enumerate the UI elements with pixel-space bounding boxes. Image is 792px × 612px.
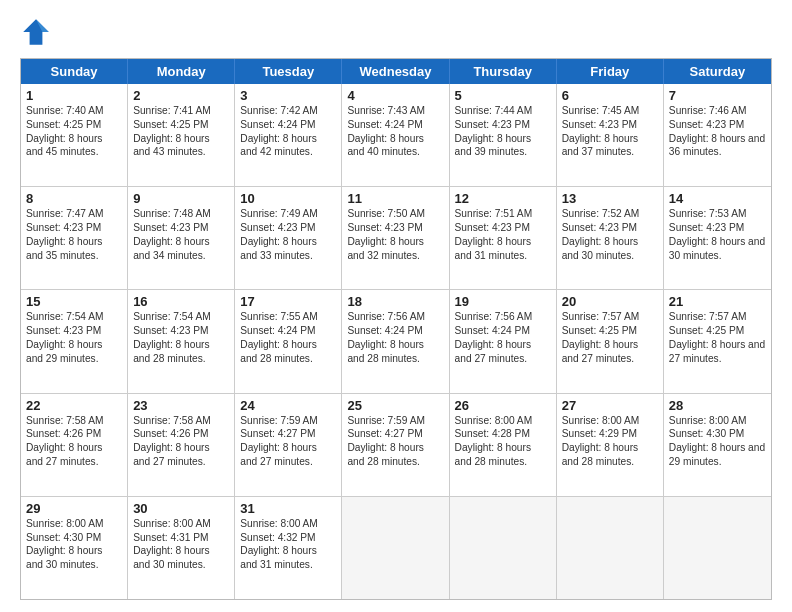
cell-info-line: Daylight: 8 hours and 30 minutes. [133, 544, 229, 572]
cell-info-line: Sunrise: 8:00 AM [669, 414, 766, 428]
header [20, 16, 772, 48]
day-number: 22 [26, 398, 122, 413]
cell-info-line: Sunset: 4:28 PM [455, 427, 551, 441]
calendar-cell: 18Sunrise: 7:56 AMSunset: 4:24 PMDayligh… [342, 290, 449, 392]
weekday-header-monday: Monday [128, 59, 235, 84]
cell-info-line: Sunset: 4:31 PM [133, 531, 229, 545]
day-number: 20 [562, 294, 658, 309]
day-number: 31 [240, 501, 336, 516]
calendar-cell: 29Sunrise: 8:00 AMSunset: 4:30 PMDayligh… [21, 497, 128, 599]
day-number: 14 [669, 191, 766, 206]
cell-info-line: Sunrise: 7:47 AM [26, 207, 122, 221]
cell-info-line: Sunrise: 7:57 AM [562, 310, 658, 324]
cell-info-line: Sunset: 4:25 PM [133, 118, 229, 132]
cell-info-line: Sunrise: 8:00 AM [133, 517, 229, 531]
day-number: 29 [26, 501, 122, 516]
cell-info-line: Sunset: 4:23 PM [26, 221, 122, 235]
cell-info-line: Sunset: 4:32 PM [240, 531, 336, 545]
day-number: 25 [347, 398, 443, 413]
cell-info-line: Daylight: 8 hours and 28 minutes. [455, 441, 551, 469]
cell-info-line: Sunset: 4:23 PM [669, 118, 766, 132]
calendar: SundayMondayTuesdayWednesdayThursdayFrid… [20, 58, 772, 600]
calendar-cell: 24Sunrise: 7:59 AMSunset: 4:27 PMDayligh… [235, 394, 342, 496]
cell-info-line: Sunset: 4:26 PM [133, 427, 229, 441]
cell-info-line: Daylight: 8 hours and 40 minutes. [347, 132, 443, 160]
day-number: 17 [240, 294, 336, 309]
cell-info-line: Sunrise: 7:50 AM [347, 207, 443, 221]
day-number: 8 [26, 191, 122, 206]
cell-info-line: Sunrise: 7:42 AM [240, 104, 336, 118]
cell-info-line: Sunrise: 7:58 AM [133, 414, 229, 428]
calendar-cell: 8Sunrise: 7:47 AMSunset: 4:23 PMDaylight… [21, 187, 128, 289]
calendar-cell: 20Sunrise: 7:57 AMSunset: 4:25 PMDayligh… [557, 290, 664, 392]
cell-info-line: Sunset: 4:23 PM [562, 118, 658, 132]
cell-info-line: Sunrise: 7:57 AM [669, 310, 766, 324]
day-number: 11 [347, 191, 443, 206]
day-number: 28 [669, 398, 766, 413]
cell-info-line: Daylight: 8 hours and 43 minutes. [133, 132, 229, 160]
cell-info-line: Sunrise: 8:00 AM [240, 517, 336, 531]
calendar-cell: 10Sunrise: 7:49 AMSunset: 4:23 PMDayligh… [235, 187, 342, 289]
cell-info-line: Daylight: 8 hours and 30 minutes. [26, 544, 122, 572]
logo-icon [20, 16, 52, 48]
cell-info-line: Sunset: 4:23 PM [26, 324, 122, 338]
cell-info-line: Daylight: 8 hours and 34 minutes. [133, 235, 229, 263]
day-number: 9 [133, 191, 229, 206]
cell-info-line: Sunset: 4:27 PM [240, 427, 336, 441]
calendar-cell [342, 497, 449, 599]
cell-info-line: Sunrise: 7:53 AM [669, 207, 766, 221]
day-number: 3 [240, 88, 336, 103]
cell-info-line: Daylight: 8 hours and 28 minutes. [240, 338, 336, 366]
day-number: 18 [347, 294, 443, 309]
cell-info-line: Sunrise: 7:52 AM [562, 207, 658, 221]
weekday-header-wednesday: Wednesday [342, 59, 449, 84]
calendar-cell: 14Sunrise: 7:53 AMSunset: 4:23 PMDayligh… [664, 187, 771, 289]
calendar-cell: 6Sunrise: 7:45 AMSunset: 4:23 PMDaylight… [557, 84, 664, 186]
cell-info-line: Sunset: 4:23 PM [133, 221, 229, 235]
weekday-header-tuesday: Tuesday [235, 59, 342, 84]
cell-info-line: Sunrise: 7:45 AM [562, 104, 658, 118]
cell-info-line: Sunset: 4:24 PM [347, 118, 443, 132]
calendar-body: 1Sunrise: 7:40 AMSunset: 4:25 PMDaylight… [21, 84, 771, 599]
calendar-cell: 4Sunrise: 7:43 AMSunset: 4:24 PMDaylight… [342, 84, 449, 186]
day-number: 4 [347, 88, 443, 103]
calendar-cell: 16Sunrise: 7:54 AMSunset: 4:23 PMDayligh… [128, 290, 235, 392]
cell-info-line: Sunset: 4:29 PM [562, 427, 658, 441]
calendar-cell [664, 497, 771, 599]
cell-info-line: Daylight: 8 hours and 27 minutes. [562, 338, 658, 366]
weekday-header-friday: Friday [557, 59, 664, 84]
cell-info-line: Daylight: 8 hours and 27 minutes. [26, 441, 122, 469]
day-number: 6 [562, 88, 658, 103]
cell-info-line: Sunrise: 7:51 AM [455, 207, 551, 221]
cell-info-line: Sunrise: 8:00 AM [26, 517, 122, 531]
day-number: 24 [240, 398, 336, 413]
cell-info-line: Daylight: 8 hours and 28 minutes. [562, 441, 658, 469]
calendar-cell: 19Sunrise: 7:56 AMSunset: 4:24 PMDayligh… [450, 290, 557, 392]
calendar-cell: 31Sunrise: 8:00 AMSunset: 4:32 PMDayligh… [235, 497, 342, 599]
calendar-row-4: 22Sunrise: 7:58 AMSunset: 4:26 PMDayligh… [21, 394, 771, 497]
day-number: 1 [26, 88, 122, 103]
calendar-cell: 23Sunrise: 7:58 AMSunset: 4:26 PMDayligh… [128, 394, 235, 496]
calendar-cell: 5Sunrise: 7:44 AMSunset: 4:23 PMDaylight… [450, 84, 557, 186]
day-number: 19 [455, 294, 551, 309]
cell-info-line: Daylight: 8 hours and 36 minutes. [669, 132, 766, 160]
cell-info-line: Sunset: 4:24 PM [347, 324, 443, 338]
day-number: 27 [562, 398, 658, 413]
calendar-cell: 13Sunrise: 7:52 AMSunset: 4:23 PMDayligh… [557, 187, 664, 289]
cell-info-line: Daylight: 8 hours and 31 minutes. [240, 544, 336, 572]
calendar-cell: 27Sunrise: 8:00 AMSunset: 4:29 PMDayligh… [557, 394, 664, 496]
cell-info-line: Sunset: 4:23 PM [562, 221, 658, 235]
cell-info-line: Daylight: 8 hours and 42 minutes. [240, 132, 336, 160]
cell-info-line: Daylight: 8 hours and 27 minutes. [133, 441, 229, 469]
day-number: 2 [133, 88, 229, 103]
calendar-cell: 1Sunrise: 7:40 AMSunset: 4:25 PMDaylight… [21, 84, 128, 186]
cell-info-line: Daylight: 8 hours and 30 minutes. [669, 235, 766, 263]
day-number: 16 [133, 294, 229, 309]
calendar-row-5: 29Sunrise: 8:00 AMSunset: 4:30 PMDayligh… [21, 497, 771, 599]
cell-info-line: Sunrise: 7:46 AM [669, 104, 766, 118]
calendar-cell: 21Sunrise: 7:57 AMSunset: 4:25 PMDayligh… [664, 290, 771, 392]
calendar-cell: 3Sunrise: 7:42 AMSunset: 4:24 PMDaylight… [235, 84, 342, 186]
page: SundayMondayTuesdayWednesdayThursdayFrid… [0, 0, 792, 612]
cell-info-line: Sunrise: 8:00 AM [455, 414, 551, 428]
cell-info-line: Sunset: 4:23 PM [240, 221, 336, 235]
